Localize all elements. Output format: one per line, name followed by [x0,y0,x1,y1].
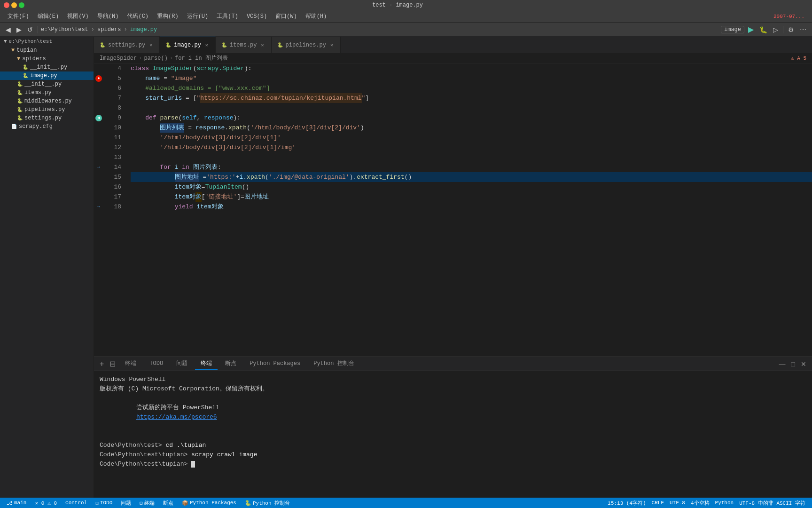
menu-refactor[interactable]: 重构(R) [153,11,182,21]
prompt-1: Code\Python\test> [100,442,165,449]
status-encoding-note[interactable]: UTF-8 中的非 ASCII 字符 [736,498,808,508]
split-terminal-button[interactable]: ⊟ [108,359,117,368]
forward-button[interactable]: ▶ [15,25,23,34]
sidebar-folder-tupian[interactable]: ▼ tupian [0,46,94,55]
status-language[interactable]: Python [712,498,737,508]
sidebar-folder-spiders[interactable]: ▼ spiders [0,55,94,63]
tab-todo[interactable]: TODO [144,358,169,370]
status-encoding[interactable]: UTF-8 [667,498,688,508]
var-piclist: 图片列表 [160,123,184,133]
status-control[interactable]: Control [62,498,90,508]
tab-close-settings[interactable]: ✕ [148,42,154,48]
menu-help[interactable]: 帮助(H) [302,11,331,21]
back-button[interactable]: ◀ [4,25,13,34]
sidebar-item-settings[interactable]: 🐍 settings.py [0,114,94,122]
minimize-button[interactable] [11,2,17,8]
py-icon-7: 🐍 [17,115,23,121]
sidebar-item-init2[interactable]: 🐍 __init__.py [0,80,94,88]
status-line-ending[interactable]: CRLF [649,498,667,508]
refresh-button[interactable]: ↺ [25,25,35,34]
terminal-close-button[interactable]: ✕ [799,359,808,369]
tab-image[interactable]: 🐍 image.py ✕ [160,37,216,53]
menu-view[interactable]: 视图(V) [63,11,93,21]
code-line-9: def parse(self, response): [131,113,812,123]
code-content: ● ◀ → [94,64,812,357]
tab-terminal-active[interactable]: 终端 [195,357,218,370]
breadcrumb-method[interactable]: parse() [144,55,167,62]
add-terminal-button[interactable]: + [98,360,106,368]
status-packages[interactable]: 📦 Python Packages [179,498,239,508]
status-console[interactable]: 🐍 Python 控制台 [242,498,293,508]
menu-tools[interactable]: 工具(T) [213,11,242,21]
status-todo[interactable]: ☑ TODO [93,498,115,508]
run-config-label[interactable]: image [721,26,744,33]
tab-python-console[interactable]: Python 控制台 [308,357,359,370]
terminal-copyright: 版权所有 (C) Microsoft Corporation。保留所有权利。 [100,384,806,394]
tab-python-packages[interactable]: Python Packages [244,358,306,370]
tab-close-items[interactable]: ✕ [260,42,265,48]
tab-pipelines[interactable]: 🐍 pipelines.py ✕ [272,37,341,53]
tab-settings[interactable]: 🐍 settings.py ✕ [94,37,160,53]
sidebar-item-middlewares[interactable]: 🐍 middlewares.py [0,97,94,105]
status-problems[interactable]: 问题 [118,498,134,508]
debug-button[interactable]: 🐛 [757,25,769,34]
status-branch[interactable]: ⎇ main [4,498,29,508]
breakpoint-9[interactable]: ◀ [95,115,102,121]
run-controls[interactable]: image ▶ 🐛 ▷ ⚙ ⋯ [721,24,808,35]
xpath-str-12: '/html/body/div[3]/div[2]/div[1]/img' [160,143,296,152]
breakpoint-5[interactable]: ● [95,75,102,82]
settings-button[interactable]: ⚙ [786,25,796,34]
status-bar: ⎇ main ✕ 0 ⚠ 0 Control ☑ TODO 问题 ⊟ 终端 断点… [0,498,812,508]
status-errors[interactable]: ✕ 0 ⚠ 0 [32,498,60,508]
menu-window[interactable]: 窗口(W) [272,11,301,21]
code-lines[interactable]: class ImageSpider(scrapy.Spider): name =… [127,64,812,357]
sidebar-item-scrapy-cfg[interactable]: 📄 scrapy.cfg [0,122,94,131]
menu-vcs[interactable]: VCS(S) [243,12,271,21]
menu-run[interactable]: 运行(U) [183,11,212,21]
status-terminal[interactable]: ⊟ 终端 [137,498,157,508]
terminal-minimize-button[interactable]: — [777,359,788,369]
language-label: Python [715,500,734,506]
status-indent[interactable]: 4个空格 [688,498,712,508]
maximize-button[interactable] [19,2,24,8]
terminal-expand-button[interactable]: □ [789,359,797,369]
menu-file[interactable]: 文件(F) [4,11,33,21]
tab-close-pipelines[interactable]: ✕ [329,42,335,48]
tab-close-image[interactable]: ✕ [204,42,210,48]
editor-area: 🐍 settings.py ✕ 🐍 image.py ✕ 🐍 items.py … [94,37,812,498]
menu-code[interactable]: 代码(C) [123,11,152,21]
tab-icon-items: 🐍 [221,42,227,48]
tab-terminal[interactable]: 终端 [119,357,142,370]
window-controls[interactable] [4,2,24,8]
code-line-8 [131,103,812,113]
terminal-link[interactable]: https://aka.ms/pscore6 [136,413,217,421]
terminal-panel: + ⊟ 终端 TODO 问题 终端 断点 Python Packages Pyt… [94,357,812,498]
tab-label-items: items.py [230,42,257,48]
ln-13: 13 [103,152,121,162]
status-breakpoints[interactable]: 断点 [160,498,176,508]
menu-edit[interactable]: 编辑(E) [34,11,63,21]
name-val: "image" [171,73,197,83]
run-button[interactable]: ▶ [746,24,756,35]
tab-problems[interactable]: 问题 [171,357,193,370]
status-position[interactable]: 15:13 (4字符) [605,498,648,508]
sidebar-item-image[interactable]: 🐍 image.py [0,71,94,80]
sidebar-item-pipelines[interactable]: 🐍 pipelines.py [0,105,94,114]
var-i-ref: i [239,172,243,182]
sidebar-item-items[interactable]: 🐍 items.py [0,88,94,97]
console-icon: 🐍 [245,500,251,506]
more-button[interactable]: ⋯ [798,25,808,34]
breadcrumb-class[interactable]: ImageSpider [100,55,137,62]
sidebar-project[interactable]: ▼ e:\Python\test [0,37,94,46]
menu-navigate[interactable]: 导航(N) [94,11,123,21]
tab-breakpoints[interactable]: 断点 [219,357,242,370]
breadcrumb-loop[interactable]: for i in 图片列表 [175,54,228,62]
sidebar-item-init[interactable]: 🐍 __init__.py [0,63,94,71]
var-item-17: item对 [175,192,195,202]
code-editor[interactable]: ● ◀ → [94,64,812,357]
coverage-button[interactable]: ▷ [771,25,780,34]
folder-icon: ▼ [11,47,15,54]
terminal-content[interactable]: Windows PowerShell 版权所有 (C) Microsoft Co… [94,371,812,498]
tab-items[interactable]: 🐍 items.py ✕ [216,37,272,53]
close-button[interactable] [4,2,9,8]
